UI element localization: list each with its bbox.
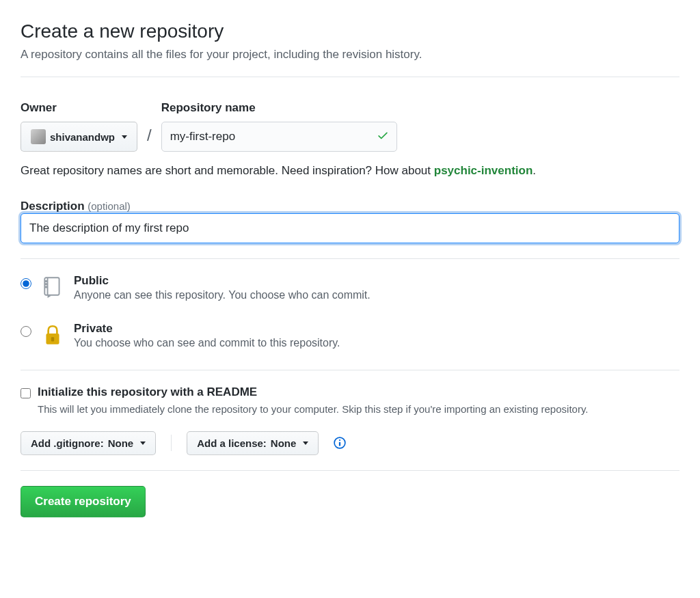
svg-rect-6: [51, 337, 54, 341]
divider: [21, 470, 679, 471]
description-input[interactable]: [21, 213, 679, 243]
svg-point-2: [46, 281, 47, 282]
repo-name-label: Repository name: [161, 101, 397, 115]
suggestion-link[interactable]: psychic-invention: [434, 164, 533, 177]
slash-separator: /: [144, 126, 154, 152]
svg-point-9: [339, 439, 340, 441]
owner-name: shivanandwp: [50, 131, 115, 143]
page-subtitle: A repository contains all the files for …: [21, 48, 679, 62]
check-icon: [377, 129, 389, 144]
public-desc: Anyone can see this repository. You choo…: [74, 289, 679, 301]
owner-dropdown[interactable]: shivanandwp: [21, 122, 137, 152]
description-label: Description (optional): [21, 200, 131, 213]
repo-public-icon: [41, 275, 64, 299]
public-title: Public: [74, 274, 679, 288]
license-dropdown[interactable]: Add a license: None: [187, 431, 319, 455]
repo-name-input[interactable]: [161, 122, 397, 152]
caret-down-icon: [122, 135, 127, 139]
svg-point-3: [46, 284, 47, 285]
private-desc: You choose who can see and commit to thi…: [74, 337, 679, 349]
avatar: [31, 129, 46, 144]
divider: [21, 258, 679, 259]
page-title: Create a new repository: [21, 21, 679, 42]
svg-point-4: [46, 286, 47, 288]
private-radio[interactable]: [21, 326, 31, 337]
vertical-separator: [171, 435, 172, 451]
readme-desc: This will let you immediately clone the …: [38, 402, 679, 418]
public-radio[interactable]: [21, 278, 31, 289]
create-repository-button[interactable]: Create repository: [21, 486, 146, 517]
readme-title: Initialize this repository with a README: [38, 385, 679, 399]
gitignore-dropdown[interactable]: Add .gitignore: None: [21, 431, 156, 455]
lock-icon: [41, 323, 64, 346]
caret-down-icon: [303, 441, 308, 445]
divider: [21, 370, 679, 370]
caret-down-icon: [140, 441, 146, 445]
divider: [21, 77, 679, 77]
private-title: Private: [74, 322, 679, 336]
owner-label: Owner: [21, 101, 137, 115]
info-icon[interactable]: [334, 437, 346, 449]
name-hint: Great repository names are short and mem…: [21, 164, 679, 178]
readme-checkbox[interactable]: [21, 388, 31, 398]
